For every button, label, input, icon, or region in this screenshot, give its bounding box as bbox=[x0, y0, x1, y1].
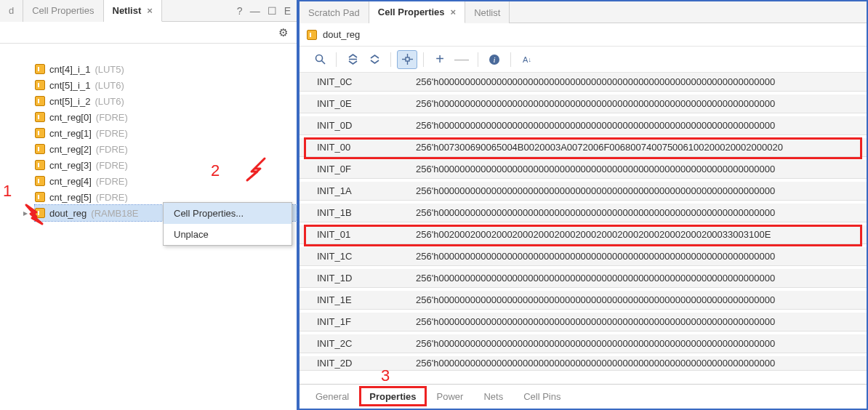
close-icon[interactable]: × bbox=[147, 5, 153, 16]
tree-item[interactable]: cnt[5]_i_2(LUT6) bbox=[35, 93, 297, 109]
property-value[interactable]: 256'h00000000000000000000000000000000000… bbox=[409, 269, 867, 288]
property-key: INIT_1F bbox=[300, 313, 409, 331]
tab-netlist[interactable]: Netlist × bbox=[104, 0, 162, 22]
sort-icon[interactable]: A↓ bbox=[517, 50, 537, 69]
maximize-icon[interactable]: ☐ bbox=[268, 5, 277, 17]
bottom-tab-properties[interactable]: Properties bbox=[361, 387, 425, 406]
minimize-icon[interactable]: — bbox=[250, 5, 260, 17]
property-value[interactable]: 256'h00000000000000000000000000000000000… bbox=[409, 204, 867, 222]
tab-cell-properties[interactable]: Cell Properties × bbox=[369, 1, 465, 23]
tab-scratch-pad[interactable]: Scratch Pad bbox=[300, 1, 369, 23]
property-row[interactable]: INIT_2C256'h0000000000000000000000000000… bbox=[300, 334, 867, 356]
tree-item-type: (FDRE) bbox=[96, 144, 128, 155]
properties-table[interactable]: INIT_0C256'h0000000000000000000000000000… bbox=[300, 73, 867, 384]
tab-truncated[interactable]: d bbox=[0, 0, 23, 22]
property-row[interactable]: INIT_1B256'h0000000000000000000000000000… bbox=[300, 204, 867, 225]
collapse-all-icon[interactable] bbox=[342, 50, 363, 69]
tab-cell-properties[interactable]: Cell Properties bbox=[23, 0, 103, 22]
property-value[interactable]: 256'h007300690065004B0020003A0072006F006… bbox=[409, 138, 867, 157]
tree-item-type: (RAMB18E bbox=[91, 208, 138, 219]
menu-item-label: Cell Properties... bbox=[174, 208, 244, 219]
tree-item-name: cnt[4]_i_1 bbox=[49, 64, 90, 75]
property-value[interactable]: 256'h00000000000000000000000000000000000… bbox=[409, 356, 867, 371]
annotation-2: 2 bbox=[211, 161, 220, 180]
gear-icon[interactable]: ⚙ bbox=[278, 26, 288, 39]
divider bbox=[390, 52, 391, 67]
tree-item[interactable]: cnt[5]_i_1(LUT6) bbox=[35, 77, 297, 93]
property-value[interactable]: 256'h00000000000000000000000000000000000… bbox=[409, 334, 867, 353]
add-icon[interactable]: + bbox=[430, 50, 450, 69]
property-value[interactable]: 256'h00000000000000000000000000000000000… bbox=[409, 160, 867, 179]
divider bbox=[478, 52, 478, 67]
right-panel: Scratch Pad Cell Properties × Netlist do… bbox=[298, 0, 868, 410]
property-row[interactable]: INIT_1F256'h0000000000000000000000000000… bbox=[300, 313, 867, 334]
tree-item-name: cnt_reg[3] bbox=[49, 160, 92, 171]
tree-item-type: (LUT5) bbox=[95, 64, 124, 75]
remove-icon[interactable]: — bbox=[451, 50, 472, 69]
expand-all-icon[interactable] bbox=[364, 50, 385, 69]
bottom-tab-nets[interactable]: Nets bbox=[475, 387, 512, 406]
cell-icon bbox=[307, 30, 317, 40]
close-icon[interactable]: × bbox=[451, 7, 457, 17]
bottom-tab-power[interactable]: Power bbox=[428, 387, 473, 406]
cell-icon bbox=[35, 176, 45, 186]
cell-icon bbox=[35, 128, 45, 138]
property-key: INIT_01 bbox=[300, 225, 409, 244]
app-root: d Cell Properties Netlist × ? — ☐ E ⚙ cn… bbox=[0, 0, 868, 410]
tree-item-name: dout_reg bbox=[49, 208, 87, 219]
property-row[interactable]: INIT_1A256'h0000000000000000000000000000… bbox=[300, 182, 867, 204]
tree-item[interactable]: cnt_reg[0](FDRE) bbox=[35, 109, 297, 125]
properties-toolbar: + — i A↓ bbox=[300, 47, 867, 73]
left-panel: d Cell Properties Netlist × ? — ☐ E ⚙ cn… bbox=[0, 0, 298, 410]
tab-label: Netlist bbox=[113, 5, 142, 16]
property-key: INIT_1D bbox=[300, 269, 409, 288]
property-value[interactable]: 256'h00000000000000000000000000000000000… bbox=[409, 116, 867, 135]
property-row[interactable]: INIT_1D256'h0000000000000000000000000000… bbox=[300, 269, 867, 291]
tab-label: Netlist bbox=[474, 7, 500, 18]
tree-item-name: cnt_reg[2] bbox=[49, 144, 92, 155]
menu-item-unplace[interactable]: Unplace bbox=[164, 224, 292, 245]
tab-netlist[interactable]: Netlist bbox=[465, 1, 510, 23]
property-key: INIT_1C bbox=[300, 247, 409, 266]
property-value[interactable]: 256'h00000000000000000000000000000000000… bbox=[409, 313, 867, 331]
property-row[interactable]: INIT_1E256'h0000000000000000000000000000… bbox=[300, 291, 867, 313]
cell-icon bbox=[35, 80, 45, 90]
divider bbox=[336, 52, 337, 67]
menu-item-label: Unplace bbox=[174, 229, 209, 240]
bottom-tabbar: GeneralPropertiesPowerNetsCell Pins bbox=[300, 384, 867, 409]
menu-item-cell-properties[interactable]: Cell Properties... bbox=[164, 203, 292, 224]
property-key: INIT_00 bbox=[300, 138, 409, 157]
property-value[interactable]: 256'h00000000000000000000000000000000000… bbox=[409, 73, 867, 92]
bottom-tab-cell-pins[interactable]: Cell Pins bbox=[515, 387, 569, 406]
property-key: INIT_0E bbox=[300, 95, 409, 113]
help-icon[interactable]: ? bbox=[237, 5, 243, 17]
dock-icon[interactable]: E bbox=[284, 5, 291, 17]
property-value[interactable]: 256'h00200020002000200020002000200020002… bbox=[409, 225, 867, 244]
tree-item-type: (FDRE) bbox=[96, 160, 128, 171]
property-value[interactable]: 256'h00000000000000000000000000000000000… bbox=[409, 291, 867, 310]
info-icon[interactable]: i bbox=[484, 50, 505, 69]
schematic-icon[interactable] bbox=[397, 50, 417, 69]
property-row[interactable]: INIT_0F256'h0000000000000000000000000000… bbox=[300, 160, 867, 182]
property-key: INIT_1E bbox=[300, 291, 409, 310]
property-row[interactable]: INIT_0D256'h0000000000000000000000000000… bbox=[300, 116, 867, 138]
property-key: INIT_1A bbox=[300, 182, 409, 201]
tree-item[interactable]: cnt_reg[1](FDRE) bbox=[35, 125, 297, 141]
property-value[interactable]: 256'h00000000000000000000000000000000000… bbox=[409, 95, 867, 113]
annotation-pointer-icon bbox=[238, 154, 270, 186]
property-row[interactable]: INIT_1C256'h0000000000000000000000000000… bbox=[300, 247, 867, 269]
property-row[interactable]: INIT_01256'h0020002000200020002000200020… bbox=[300, 225, 867, 247]
panel-gear-row: ⚙ bbox=[0, 22, 297, 44]
netlist-tree: cnt[4]_i_1(LUT5)cnt[5]_i_1(LUT6)cnt[5]_i… bbox=[0, 58, 297, 221]
property-row[interactable]: INIT_0E256'h0000000000000000000000000000… bbox=[300, 95, 867, 116]
search-icon[interactable] bbox=[310, 50, 330, 69]
tree-item[interactable]: cnt[4]_i_1(LUT5) bbox=[35, 61, 297, 77]
property-row[interactable]: INIT_0C256'h0000000000000000000000000000… bbox=[300, 73, 867, 95]
annotation-3: 3 bbox=[381, 366, 390, 384]
property-value[interactable]: 256'h00000000000000000000000000000000000… bbox=[409, 247, 867, 266]
bottom-tab-general[interactable]: General bbox=[307, 387, 358, 406]
tab-label: Cell Properties bbox=[32, 5, 94, 16]
property-value[interactable]: 256'h00000000000000000000000000000000000… bbox=[409, 182, 867, 201]
annotation-pointer-icon bbox=[22, 201, 51, 230]
property-row[interactable]: INIT_00256'h007300690065004B0020003A0072… bbox=[300, 138, 867, 160]
